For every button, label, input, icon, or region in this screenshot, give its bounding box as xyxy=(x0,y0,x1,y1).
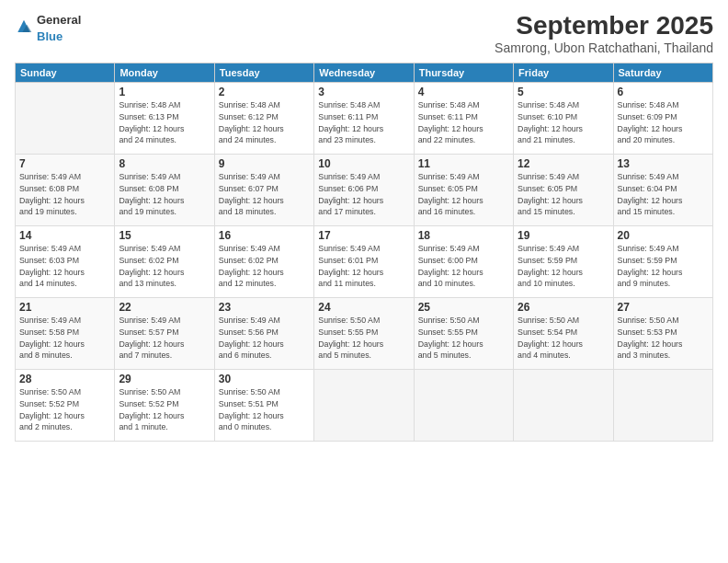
calendar-cell: 9Sunrise: 5:49 AM Sunset: 6:07 PM Daylig… xyxy=(214,155,313,226)
day-info: Sunrise: 5:50 AM Sunset: 5:54 PM Dayligh… xyxy=(518,315,609,362)
calendar-cell: 15Sunrise: 5:49 AM Sunset: 6:02 PM Dayli… xyxy=(115,226,214,298)
day-info: Sunrise: 5:49 AM Sunset: 6:02 PM Dayligh… xyxy=(219,243,310,290)
weekday-header-sunday: Sunday xyxy=(16,63,115,83)
calendar-cell xyxy=(314,370,414,442)
week-row-4: 21Sunrise: 5:49 AM Sunset: 5:58 PM Dayli… xyxy=(16,298,713,370)
day-number: 22 xyxy=(119,301,210,314)
day-info: Sunrise: 5:49 AM Sunset: 6:07 PM Dayligh… xyxy=(219,171,310,218)
day-number: 14 xyxy=(19,229,110,242)
calendar-cell xyxy=(16,83,115,155)
week-row-3: 14Sunrise: 5:49 AM Sunset: 6:03 PM Dayli… xyxy=(16,226,713,298)
calendar-cell: 18Sunrise: 5:49 AM Sunset: 6:00 PM Dayli… xyxy=(414,226,513,298)
logo-general: General xyxy=(37,13,81,27)
day-number: 28 xyxy=(19,373,110,385)
day-number: 18 xyxy=(418,229,509,242)
day-info: Sunrise: 5:49 AM Sunset: 6:05 PM Dayligh… xyxy=(518,171,609,218)
calendar-cell: 27Sunrise: 5:50 AM Sunset: 5:53 PM Dayli… xyxy=(613,298,712,370)
day-info: Sunrise: 5:49 AM Sunset: 5:58 PM Dayligh… xyxy=(19,315,110,362)
day-info: Sunrise: 5:49 AM Sunset: 5:56 PM Dayligh… xyxy=(219,315,310,362)
day-number: 15 xyxy=(119,229,210,242)
day-number: 11 xyxy=(418,157,509,170)
day-info: Sunrise: 5:50 AM Sunset: 5:53 PM Dayligh… xyxy=(618,315,709,362)
calendar-cell: 8Sunrise: 5:49 AM Sunset: 6:08 PM Daylig… xyxy=(115,155,214,226)
calendar-cell: 3Sunrise: 5:48 AM Sunset: 6:11 PM Daylig… xyxy=(314,83,414,155)
calendar-cell: 25Sunrise: 5:50 AM Sunset: 5:55 PM Dayli… xyxy=(414,298,513,370)
day-number: 5 xyxy=(518,86,609,98)
day-number: 6 xyxy=(618,86,709,98)
day-number: 3 xyxy=(318,86,409,98)
day-info: Sunrise: 5:48 AM Sunset: 6:11 PM Dayligh… xyxy=(418,99,509,146)
week-row-2: 7Sunrise: 5:49 AM Sunset: 6:08 PM Daylig… xyxy=(16,155,713,226)
day-info: Sunrise: 5:48 AM Sunset: 6:11 PM Dayligh… xyxy=(318,99,409,146)
day-number: 10 xyxy=(318,157,409,170)
calendar-cell xyxy=(514,370,613,442)
day-number: 7 xyxy=(19,157,110,170)
header: General Blue September 2025 Samrong, Ubo… xyxy=(15,11,713,55)
weekday-header-saturday: Saturday xyxy=(613,63,712,83)
weekday-header-friday: Friday xyxy=(514,63,613,83)
weekday-header-row: SundayMondayTuesdayWednesdayThursdayFrid… xyxy=(16,63,713,83)
calendar-cell: 29Sunrise: 5:50 AM Sunset: 5:52 PM Dayli… xyxy=(115,370,214,442)
day-number: 17 xyxy=(318,229,409,242)
day-number: 9 xyxy=(219,157,310,170)
calendar-cell: 2Sunrise: 5:48 AM Sunset: 6:12 PM Daylig… xyxy=(214,83,313,155)
calendar-table: SundayMondayTuesdayWednesdayThursdayFrid… xyxy=(15,63,713,442)
day-number: 8 xyxy=(119,157,210,170)
day-number: 1 xyxy=(119,86,210,98)
day-info: Sunrise: 5:48 AM Sunset: 6:12 PM Dayligh… xyxy=(219,99,310,146)
calendar-cell: 21Sunrise: 5:49 AM Sunset: 5:58 PM Dayli… xyxy=(16,298,115,370)
month-title: September 2025 xyxy=(495,11,713,40)
day-number: 30 xyxy=(219,373,310,385)
calendar-cell: 12Sunrise: 5:49 AM Sunset: 6:05 PM Dayli… xyxy=(514,155,613,226)
logo: General Blue xyxy=(15,11,81,44)
day-info: Sunrise: 5:49 AM Sunset: 6:05 PM Dayligh… xyxy=(418,171,509,218)
calendar-cell: 26Sunrise: 5:50 AM Sunset: 5:54 PM Dayli… xyxy=(514,298,613,370)
day-info: Sunrise: 5:50 AM Sunset: 5:51 PM Dayligh… xyxy=(219,386,310,433)
calendar-cell: 28Sunrise: 5:50 AM Sunset: 5:52 PM Dayli… xyxy=(16,370,115,442)
day-number: 25 xyxy=(418,301,509,314)
week-row-1: 1Sunrise: 5:48 AM Sunset: 6:13 PM Daylig… xyxy=(16,83,713,155)
day-number: 13 xyxy=(618,157,709,170)
calendar-cell: 17Sunrise: 5:49 AM Sunset: 6:01 PM Dayli… xyxy=(314,226,414,298)
day-info: Sunrise: 5:50 AM Sunset: 5:52 PM Dayligh… xyxy=(19,386,110,433)
calendar-cell: 19Sunrise: 5:49 AM Sunset: 5:59 PM Dayli… xyxy=(514,226,613,298)
day-number: 4 xyxy=(418,86,509,98)
calendar-cell: 7Sunrise: 5:49 AM Sunset: 6:08 PM Daylig… xyxy=(16,155,115,226)
calendar-cell: 5Sunrise: 5:48 AM Sunset: 6:10 PM Daylig… xyxy=(514,83,613,155)
day-number: 16 xyxy=(219,229,310,242)
day-number: 24 xyxy=(318,301,409,314)
logo-text: General Blue xyxy=(37,11,81,44)
day-number: 23 xyxy=(219,301,310,314)
day-info: Sunrise: 5:49 AM Sunset: 5:59 PM Dayligh… xyxy=(518,243,609,290)
day-info: Sunrise: 5:48 AM Sunset: 6:09 PM Dayligh… xyxy=(618,99,709,146)
calendar-cell: 22Sunrise: 5:49 AM Sunset: 5:57 PM Dayli… xyxy=(115,298,214,370)
logo-blue: Blue xyxy=(37,29,63,43)
day-info: Sunrise: 5:49 AM Sunset: 6:00 PM Dayligh… xyxy=(418,243,509,290)
day-info: Sunrise: 5:49 AM Sunset: 5:59 PM Dayligh… xyxy=(618,243,709,290)
day-number: 21 xyxy=(19,301,110,314)
weekday-header-tuesday: Tuesday xyxy=(214,63,313,83)
day-info: Sunrise: 5:48 AM Sunset: 6:13 PM Dayligh… xyxy=(119,99,210,146)
day-info: Sunrise: 5:49 AM Sunset: 5:57 PM Dayligh… xyxy=(119,315,210,362)
calendar-cell: 14Sunrise: 5:49 AM Sunset: 6:03 PM Dayli… xyxy=(16,226,115,298)
day-number: 19 xyxy=(518,229,609,242)
day-info: Sunrise: 5:49 AM Sunset: 6:02 PM Dayligh… xyxy=(119,243,210,290)
day-info: Sunrise: 5:49 AM Sunset: 6:01 PM Dayligh… xyxy=(318,243,409,290)
calendar-cell: 4Sunrise: 5:48 AM Sunset: 6:11 PM Daylig… xyxy=(414,83,513,155)
day-number: 29 xyxy=(119,373,210,385)
calendar-cell: 6Sunrise: 5:48 AM Sunset: 6:09 PM Daylig… xyxy=(613,83,712,155)
day-info: Sunrise: 5:50 AM Sunset: 5:55 PM Dayligh… xyxy=(418,315,509,362)
calendar-cell: 20Sunrise: 5:49 AM Sunset: 5:59 PM Dayli… xyxy=(613,226,712,298)
day-info: Sunrise: 5:49 AM Sunset: 6:06 PM Dayligh… xyxy=(318,171,409,218)
subtitle: Samrong, Ubon Ratchathani, Thailand xyxy=(495,40,713,55)
weekday-header-wednesday: Wednesday xyxy=(314,63,414,83)
calendar-container: General Blue September 2025 Samrong, Ubo… xyxy=(0,0,728,449)
calendar-cell: 13Sunrise: 5:49 AM Sunset: 6:04 PM Dayli… xyxy=(613,155,712,226)
calendar-cell: 11Sunrise: 5:49 AM Sunset: 6:05 PM Dayli… xyxy=(414,155,513,226)
calendar-cell: 24Sunrise: 5:50 AM Sunset: 5:55 PM Dayli… xyxy=(314,298,414,370)
day-number: 20 xyxy=(618,229,709,242)
calendar-cell: 23Sunrise: 5:49 AM Sunset: 5:56 PM Dayli… xyxy=(214,298,313,370)
week-row-5: 28Sunrise: 5:50 AM Sunset: 5:52 PM Dayli… xyxy=(16,370,713,442)
day-info: Sunrise: 5:49 AM Sunset: 6:04 PM Dayligh… xyxy=(618,171,709,218)
day-number: 2 xyxy=(219,86,310,98)
